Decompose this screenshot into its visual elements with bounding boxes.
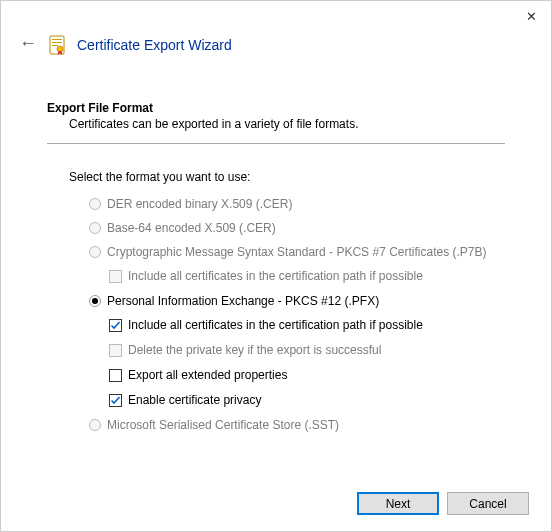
divider [47,143,505,144]
radio-icon [89,222,101,234]
pfx-suboptions: Include all certificates in the certific… [89,317,505,408]
format-options: DER encoded binary X.509 (.CER) Base-64 … [47,196,505,433]
check-pfx-export-ext[interactable]: Export all extended properties [109,367,505,383]
pkcs7-suboptions: Include all certificates in the certific… [89,268,505,284]
next-button[interactable]: Next [357,492,439,515]
checkbox-icon[interactable] [109,369,122,382]
titlebar: ✕ [1,1,551,31]
radio-base64: Base-64 encoded X.509 (.CER) [89,220,505,236]
content-area: Export File Format Certificates can be e… [1,65,551,433]
check-label: Delete the private key if the export is … [128,342,381,358]
check-pfx-delete-key: Delete the private key if the export is … [109,342,505,358]
svg-rect-3 [52,45,58,46]
section-title: Export File Format [47,101,505,115]
checkbox-icon[interactable] [109,319,122,332]
radio-pkcs7: Cryptographic Message Syntax Standard - … [89,244,505,260]
checkbox-icon[interactable] [109,394,122,407]
back-arrow-icon[interactable]: ← [19,33,37,54]
svg-rect-2 [52,42,62,43]
radio-label-der: DER encoded binary X.509 (.CER) [107,196,292,212]
radio-icon [89,198,101,210]
check-pfx-chain[interactable]: Include all certificates in the certific… [109,317,505,333]
cancel-button[interactable]: Cancel [447,492,529,515]
radio-der: DER encoded binary X.509 (.CER) [89,196,505,212]
radio-label-sst: Microsoft Serialised Certificate Store (… [107,417,339,433]
check-label: Include all certificates in the certific… [128,268,423,284]
radio-label-pkcs7: Cryptographic Message Syntax Standard - … [107,244,487,260]
check-label: Enable certificate privacy [128,392,261,408]
wizard-header: ← Certificate Export Wizard [1,31,551,65]
radio-label-pfx: Personal Information Exchange - PKCS #12… [107,293,379,309]
check-label: Export all extended properties [128,367,287,383]
check-pkcs7-chain: Include all certificates in the certific… [109,268,505,284]
radio-icon[interactable] [89,295,101,307]
radio-sst: Microsoft Serialised Certificate Store (… [89,417,505,433]
radio-icon [89,246,101,258]
svg-rect-1 [52,39,62,40]
checkbox-icon [109,344,122,357]
radio-icon [89,419,101,431]
close-icon[interactable]: ✕ [526,9,537,24]
certificate-icon [49,35,65,55]
section-desc: Certificates can be exported in a variet… [47,115,505,139]
radio-pfx[interactable]: Personal Information Exchange - PKCS #12… [89,293,505,309]
check-label: Include all certificates in the certific… [128,317,423,333]
radio-label-base64: Base-64 encoded X.509 (.CER) [107,220,276,236]
check-pfx-privacy[interactable]: Enable certificate privacy [109,392,505,408]
wizard-title: Certificate Export Wizard [77,37,232,53]
footer-buttons: Next Cancel [357,492,529,515]
checkbox-icon [109,270,122,283]
format-prompt: Select the format you want to use: [47,170,505,184]
